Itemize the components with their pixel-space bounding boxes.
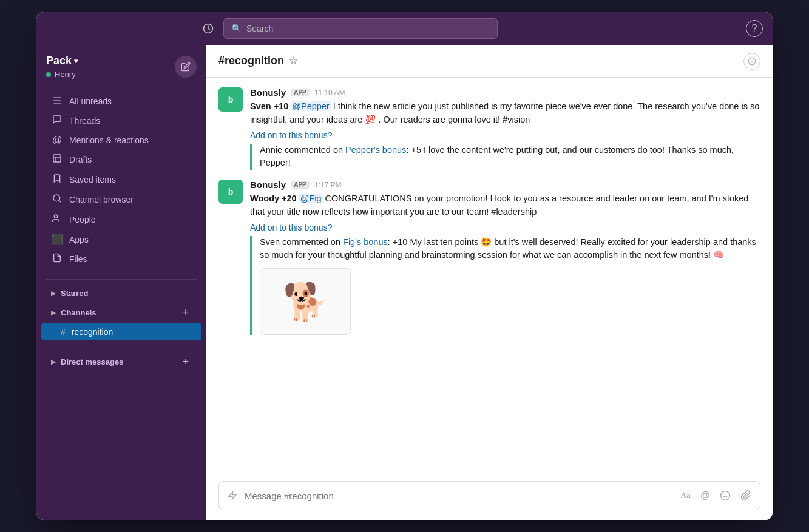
sidebar-item-label: Mentions & reactions bbox=[69, 135, 149, 145]
main-layout: Pack ▾ Henry ☰ bbox=[36, 45, 773, 520]
svg-text:b: b bbox=[228, 95, 234, 104]
channel-item-recognition[interactable]: # recognition bbox=[41, 323, 201, 340]
pepper-bonus-link[interactable]: Pepper's bonus bbox=[345, 145, 406, 155]
app-window: 🔍 Search ? Pack ▾ Henry bbox=[36, 12, 773, 520]
star-icon[interactable]: ☆ bbox=[289, 55, 297, 67]
workspace-info: Pack ▾ Henry bbox=[46, 55, 78, 79]
message-text: Sven +10 @Pepper I think the new article… bbox=[250, 100, 760, 127]
search-placeholder: Search bbox=[246, 24, 490, 33]
fig-bonus-link[interactable]: Fig's bonus bbox=[343, 237, 388, 247]
apps-icon: ⬛ bbox=[51, 234, 63, 245]
search-icon: 🔍 bbox=[231, 24, 242, 33]
emoji-button[interactable] bbox=[719, 489, 732, 502]
message-text: Woody +20 @Fig CONGRATULATIONS on your p… bbox=[250, 192, 760, 219]
sidebar-item-threads[interactable]: Threads bbox=[41, 111, 201, 130]
channel-name-heading: #recognition bbox=[218, 55, 284, 67]
info-icon[interactable] bbox=[743, 53, 760, 70]
channel-hash-icon: # bbox=[61, 327, 66, 337]
message-group: b Bonusly APP 1:17 PM Woody +20 @Fig CON… bbox=[218, 180, 760, 335]
comment-text: Annie commented on Pepper's bonus: +5 I … bbox=[260, 144, 760, 170]
message-header: Bonusly APP 1:17 PM bbox=[250, 180, 760, 190]
nav-divider-2 bbox=[46, 346, 197, 346]
dm-toggle-icon: ▶ bbox=[51, 359, 56, 365]
people-icon bbox=[51, 214, 63, 226]
message-input[interactable] bbox=[245, 491, 674, 501]
svg-point-4 bbox=[53, 195, 60, 201]
history-button[interactable] bbox=[200, 21, 216, 36]
drafts-icon bbox=[51, 153, 63, 166]
chat-area: #recognition ☆ b bbox=[206, 45, 773, 520]
nav-section: ☰ All unreads Threads @ Mentions & react… bbox=[36, 86, 206, 274]
timestamp: 11:10 AM bbox=[314, 89, 345, 97]
topbar: 🔍 Search ? bbox=[36, 12, 773, 45]
chat-header-right bbox=[743, 53, 760, 70]
add-dm-button[interactable]: + bbox=[180, 355, 192, 368]
workspace-header: Pack ▾ Henry bbox=[36, 45, 206, 86]
sidebar-item-drafts[interactable]: Drafts bbox=[41, 150, 201, 169]
avatar: b bbox=[218, 87, 243, 112]
sidebar-item-label: People bbox=[69, 215, 96, 224]
add-bonus-link-2[interactable]: Add on to this bonus? bbox=[250, 223, 760, 232]
sidebar-item-label: All unreads bbox=[69, 96, 112, 106]
sender-name: Bonusly bbox=[250, 180, 286, 190]
mentions-icon: @ bbox=[51, 135, 63, 146]
add-bonus-link[interactable]: Add on to this bonus? bbox=[250, 130, 760, 140]
lightning-button[interactable] bbox=[226, 490, 239, 502]
search-bar[interactable]: 🔍 Search bbox=[223, 18, 498, 39]
workspace-chevron-icon: ▾ bbox=[74, 57, 78, 66]
help-button[interactable]: ? bbox=[746, 20, 763, 37]
input-actions: Aa @ bbox=[680, 489, 753, 502]
channel-browser-icon bbox=[51, 194, 63, 206]
sidebar-item-files[interactable]: Files bbox=[41, 249, 201, 269]
workspace-name[interactable]: Pack ▾ bbox=[46, 55, 78, 67]
topbar-right: ? bbox=[505, 20, 763, 37]
edit-button[interactable] bbox=[175, 56, 197, 78]
comment-text-2: Sven commented on Fig's bonus: +10 My la… bbox=[260, 236, 760, 263]
sidebar-item-label: Drafts bbox=[69, 155, 92, 164]
sidebar-item-apps[interactable]: ⬛ Apps bbox=[41, 230, 201, 249]
sidebar-item-label: Saved items bbox=[69, 175, 116, 184]
mention: @Fig bbox=[299, 194, 323, 203]
sidebar-item-label: Threads bbox=[69, 116, 100, 126]
message-content: Bonusly APP 11:10 AM Sven +10 @Pepper I … bbox=[250, 87, 760, 170]
svg-marker-14 bbox=[229, 491, 236, 499]
sidebar-item-saved[interactable]: Saved items bbox=[41, 170, 201, 189]
sidebar-item-label: Apps bbox=[69, 235, 89, 244]
image-attachment: 🐕 bbox=[260, 268, 351, 335]
svg-text:b: b bbox=[228, 187, 234, 197]
saved-icon bbox=[51, 173, 63, 186]
starred-section-header[interactable]: ▶ Starred bbox=[41, 285, 201, 301]
timestamp: 1:17 PM bbox=[314, 181, 342, 189]
sidebar-item-label: Files bbox=[69, 254, 87, 264]
starred-toggle-icon: ▶ bbox=[51, 290, 56, 297]
sidebar: Pack ▾ Henry ☰ bbox=[36, 45, 206, 520]
bold-text: Sven +10 bbox=[250, 101, 291, 111]
comment-thread-2: Sven commented on Fig's bonus: +10 My la… bbox=[250, 236, 760, 335]
svg-line-5 bbox=[59, 200, 61, 202]
message-header: Bonusly APP 11:10 AM bbox=[250, 87, 760, 98]
dm-section-header[interactable]: ▶ Direct messages + bbox=[41, 352, 201, 371]
message-input-area: Aa @ bbox=[206, 474, 773, 520]
channels-toggle-icon: ▶ bbox=[51, 309, 56, 316]
sidebar-item-people[interactable]: People bbox=[41, 210, 201, 229]
dm-label: Direct messages bbox=[61, 357, 123, 366]
channels-section-header[interactable]: ▶ Channels + bbox=[41, 303, 201, 322]
sidebar-item-channel-browser[interactable]: Channel browser bbox=[41, 190, 201, 209]
sidebar-item-all-unreads[interactable]: ☰ All unreads bbox=[41, 92, 201, 110]
channels-label: Channels bbox=[61, 308, 96, 317]
attachment-button[interactable] bbox=[739, 489, 753, 502]
channel-title: #recognition ☆ bbox=[218, 55, 297, 67]
message-group: b Bonusly APP 11:10 AM Sven +10 @Pepper … bbox=[218, 87, 760, 170]
files-icon bbox=[51, 253, 63, 265]
messages-container: b Bonusly APP 11:10 AM Sven +10 @Pepper … bbox=[206, 78, 773, 474]
sidebar-item-mentions[interactable]: @ Mentions & reactions bbox=[41, 131, 201, 149]
all-unreads-icon: ☰ bbox=[51, 95, 63, 107]
add-channel-button[interactable]: + bbox=[180, 306, 192, 318]
threads-icon bbox=[51, 115, 63, 127]
mention-button[interactable]: @ bbox=[699, 489, 711, 502]
channel-name: recognition bbox=[72, 327, 113, 337]
user-status: Henry bbox=[46, 70, 78, 79]
svg-rect-1 bbox=[53, 155, 61, 162]
chat-header: #recognition ☆ bbox=[206, 45, 773, 78]
format-text-button[interactable]: Aa bbox=[680, 490, 692, 502]
